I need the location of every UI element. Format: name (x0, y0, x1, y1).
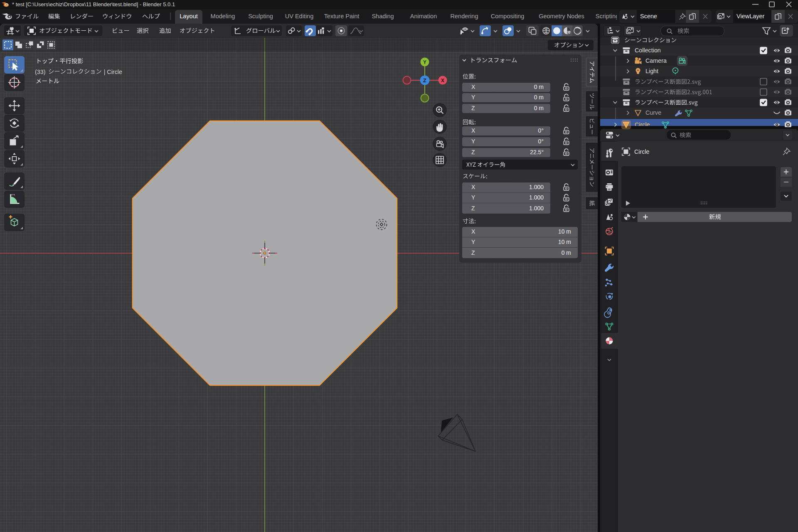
svg-text:Y: Y (423, 59, 426, 65)
svg-text:Z: Z (423, 77, 426, 84)
svg-text:X: X (441, 78, 444, 84)
